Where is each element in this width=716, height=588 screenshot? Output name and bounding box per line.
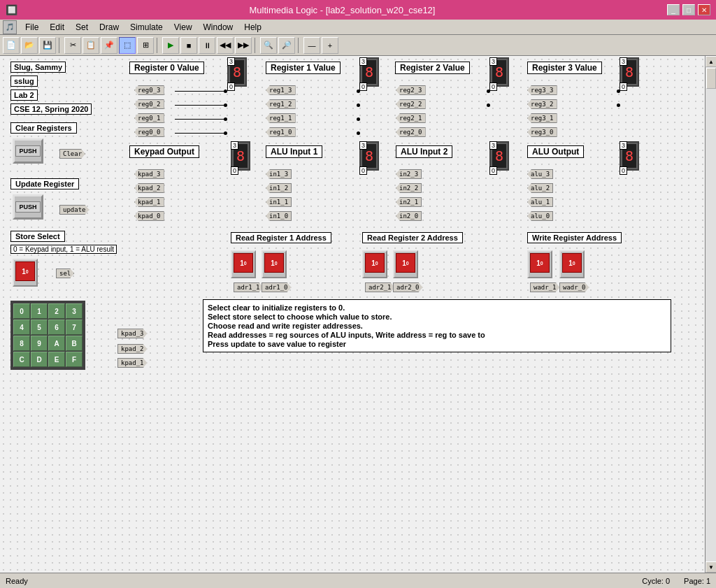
in1-2-label: in1_2 [266, 183, 292, 193]
save-button[interactable]: 💾 [39, 37, 56, 54]
adr2-1-wire: adr2_1 [365, 282, 395, 292]
in2-0-label: in2_0 [396, 211, 422, 221]
wadr-0-toggle[interactable]: 10 [559, 250, 585, 278]
info-line-4: Read addresses = reg sources of ALU inpu… [208, 331, 666, 339]
new-button[interactable]: 📄 [3, 37, 20, 54]
close-button[interactable]: ✕ [698, 4, 710, 15]
key-4[interactable]: 4 [13, 320, 30, 335]
in2-1-label: in2_1 [396, 197, 422, 207]
plus-button[interactable]: + [322, 37, 338, 54]
key-1[interactable]: 1 [31, 303, 48, 319]
canvas-area[interactable]: Slug, Sammy sslug Lab 2 CSE 12, Spring 2… [0, 56, 705, 573]
in2-2-label: in2_2 [396, 183, 422, 193]
info-line-1: Select clear to initialize registers to … [208, 303, 666, 312]
info-line-5: Press update to save value to register [208, 340, 666, 348]
menu-set[interactable]: Set [70, 21, 94, 34]
key-0[interactable]: 0 [13, 303, 30, 319]
stop-button[interactable]: ■ [180, 37, 197, 54]
wire-dot-6 [357, 103, 360, 107]
in2-seg-badge-0: 0 [489, 166, 497, 175]
kpad-1-label: kpad_1 [134, 197, 164, 207]
info-line-3: Choose read and write register addresses… [208, 322, 666, 330]
scroll-track[interactable] [706, 67, 716, 561]
semester-label: CSE 12, Spring 2020 [10, 103, 92, 115]
adr2-1-toggle[interactable]: 10 [362, 250, 387, 278]
adr2-0-toggle[interactable]: 10 [393, 250, 418, 278]
key-a[interactable]: A [48, 336, 65, 351]
key-e[interactable]: E [48, 352, 65, 367]
update-push-button[interactable]: PUSH [13, 194, 43, 220]
scroll-thumb[interactable] [706, 68, 716, 89]
play-button[interactable]: ▶ [162, 37, 179, 54]
adr1-1-wire: adr1_1 [234, 282, 264, 292]
minimize-button[interactable]: _ [667, 4, 680, 15]
key-5[interactable]: 5 [31, 320, 48, 335]
wire-dot-10 [487, 103, 490, 107]
toolbar: 📄 📂 💾 ✂ 📋 📌 ⬚ ⊞ ▶ ■ ⏸ ◀◀ ▶▶ 🔍 🔎 — + [0, 35, 716, 56]
reg3-2-label: reg3_2 [527, 99, 557, 109]
update-push-label: PUSH [15, 201, 40, 213]
key-7[interactable]: 7 [66, 320, 83, 335]
key-f[interactable]: F [66, 352, 83, 367]
forward-button[interactable]: ▶▶ [235, 37, 252, 54]
copy-button[interactable]: 📋 [83, 37, 99, 54]
key-6[interactable]: 6 [48, 320, 65, 335]
wire-h-reg0-1 [175, 119, 227, 120]
clear-push-button[interactable]: PUSH [13, 138, 43, 164]
kpad-seg-badge-0: 0 [231, 166, 238, 175]
reg3-3-label: reg3_3 [527, 85, 557, 95]
zoom-in-button[interactable]: 🔍 [260, 37, 277, 54]
key-9[interactable]: 9 [31, 336, 48, 351]
adr1-1-toggle[interactable]: 10 [231, 250, 256, 278]
in1-1-label: in1_1 [266, 197, 292, 207]
wadr-1-toggle[interactable]: 10 [527, 250, 552, 278]
key-3[interactable]: 3 [66, 303, 83, 319]
rewind-button[interactable]: ◀◀ [217, 37, 234, 54]
menu-help[interactable]: Help [238, 21, 267, 34]
scroll-up-button[interactable]: ▲ [706, 56, 716, 67]
menu-window[interactable]: Window [198, 21, 239, 34]
menu-simulate[interactable]: Simulate [124, 21, 169, 34]
key-b[interactable]: B [66, 336, 83, 351]
reg3-seg-badge-0: 0 [620, 83, 627, 91]
open-button[interactable]: 📂 [21, 37, 38, 54]
in1-seg-badge-0: 0 [359, 166, 367, 175]
cut-button[interactable]: ✂ [64, 37, 81, 54]
wire-dot-7 [357, 117, 360, 121]
maximize-button[interactable]: □ [682, 4, 695, 15]
key-2[interactable]: 2 [48, 303, 65, 319]
menu-bar: 🎵 File Edit Set Draw Simulate View Windo… [0, 20, 716, 35]
pause-button[interactable]: ⏸ [199, 37, 215, 54]
select-button[interactable]: ⬚ [119, 37, 136, 54]
main-container: Slug, Sammy sslug Lab 2 CSE 12, Spring 2… [0, 56, 716, 573]
clear-registers-header: Clear Registers [10, 122, 77, 134]
store-select-toggle[interactable]: 10 [13, 259, 38, 287]
in2-seg-badge-3: 3 [489, 141, 497, 150]
adr2-0-toggle-top: 10 [396, 253, 415, 273]
scroll-down-button[interactable]: ▼ [706, 561, 716, 573]
vertical-scrollbar[interactable]: ▲ ▼ [705, 56, 716, 573]
reg0-seg-badge-0: 0 [227, 83, 235, 91]
menu-edit[interactable]: Edit [44, 21, 70, 34]
paste-button[interactable]: 📌 [101, 37, 117, 54]
key-c[interactable]: C [13, 352, 30, 367]
menu-file[interactable]: File [20, 21, 44, 34]
adr2-0-wire: adr2_0 [393, 282, 423, 292]
alu-out-header: ALU Output [527, 145, 584, 158]
info-line-2: Select store select to choose which valu… [208, 313, 666, 321]
kpad-3-bottom: kpad_3 [117, 329, 148, 338]
menu-draw[interactable]: Draw [94, 21, 124, 34]
adr1-0-toggle-top: 10 [264, 253, 284, 273]
status-page: Page: 1 [684, 577, 710, 585]
key-d[interactable]: D [31, 352, 48, 367]
reg2-2-label: reg2_2 [396, 99, 426, 109]
zoom-out-button[interactable]: 🔎 [278, 37, 295, 54]
reg1-3-label: reg1_3 [266, 85, 296, 95]
wire-button[interactable]: ⊞ [137, 37, 154, 54]
wire-dot-5 [357, 89, 360, 93]
adr1-0-wire: adr1_0 [262, 282, 292, 292]
menu-view[interactable]: View [169, 21, 198, 34]
key-8[interactable]: 8 [13, 336, 30, 351]
minus-button[interactable]: — [303, 37, 320, 54]
adr1-0-toggle[interactable]: 10 [262, 250, 287, 278]
